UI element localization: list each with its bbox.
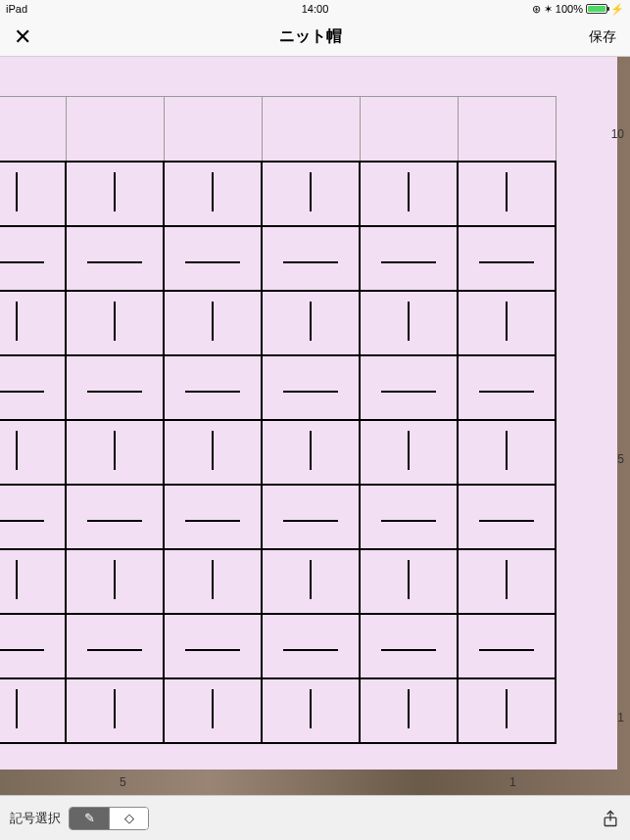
grid-cell[interactable] [0, 291, 66, 355]
purl-symbol-icon [87, 649, 142, 651]
knit-symbol-icon [408, 689, 410, 728]
grid-cell[interactable] [66, 549, 164, 614]
knit-symbol-icon [408, 172, 410, 211]
close-button[interactable]: ✕ [14, 26, 31, 48]
purl-symbol-icon [381, 649, 436, 651]
grid-cell[interactable] [262, 355, 360, 420]
grid-cell[interactable] [0, 485, 66, 549]
knit-symbol-icon [212, 560, 214, 599]
grid-cell[interactable] [458, 678, 556, 743]
grid-cell[interactable] [360, 97, 458, 162]
knit-symbol-icon [212, 172, 214, 211]
grid-cell[interactable] [458, 355, 556, 420]
save-button[interactable]: 保存 [589, 28, 616, 46]
grid-cell[interactable] [262, 678, 360, 743]
knit-symbol-icon [212, 689, 214, 728]
grid-cell[interactable] [164, 549, 262, 614]
grid-cell[interactable] [360, 549, 458, 614]
knit-symbol-icon [408, 560, 410, 599]
battery-icon [586, 4, 607, 14]
purl-symbol-icon [185, 391, 240, 393]
grid-cell[interactable] [0, 614, 66, 678]
grid-cell[interactable] [262, 549, 360, 614]
purl-symbol-icon [87, 391, 142, 393]
grid-cell[interactable] [262, 226, 360, 291]
grid-cell[interactable] [262, 614, 360, 678]
grid-cell[interactable] [0, 226, 66, 291]
bottom-toolbar: 記号選択 ✎ ◇ [0, 795, 630, 840]
grid-cell[interactable] [360, 678, 458, 743]
grid-cell[interactable] [66, 420, 164, 485]
grid-cell[interactable] [360, 226, 458, 291]
knit-symbol-icon [310, 560, 312, 599]
knit-symbol-icon [310, 431, 312, 470]
knitting-grid[interactable] [0, 96, 557, 744]
symbol-select-label: 記号選択 [10, 810, 61, 827]
grid-cell[interactable] [458, 485, 556, 549]
grid-cell[interactable] [458, 614, 556, 678]
knit-symbol-icon [506, 302, 508, 341]
grid-cell[interactable] [458, 162, 556, 226]
grid-cell[interactable] [360, 355, 458, 420]
grid-cell[interactable] [164, 291, 262, 355]
knit-symbol-icon [212, 431, 214, 470]
grid-cell[interactable] [0, 162, 66, 226]
grid-cell[interactable] [164, 485, 262, 549]
purl-symbol-icon [0, 261, 44, 263]
grid-cell[interactable] [0, 678, 66, 743]
grid-cell[interactable] [360, 162, 458, 226]
grid-cell[interactable] [0, 97, 66, 162]
col-label-1: 1 [509, 775, 516, 789]
grid-cell[interactable] [262, 162, 360, 226]
grid-cell[interactable] [0, 549, 66, 614]
col-label-5: 5 [120, 775, 126, 789]
pencil-tool-button[interactable]: ✎ [70, 808, 109, 829]
grid-cell[interactable] [262, 420, 360, 485]
grid-cell[interactable] [458, 549, 556, 614]
knit-symbol-icon [16, 302, 18, 341]
eraser-tool-button[interactable]: ◇ [109, 808, 148, 829]
status-right: ⊛ ✶ 100% ⚡ [477, 3, 624, 16]
grid-cell[interactable] [164, 614, 262, 678]
grid-cell[interactable] [262, 97, 360, 162]
knit-symbol-icon [16, 689, 18, 728]
grid-cell[interactable] [360, 420, 458, 485]
grid-cell[interactable] [0, 420, 66, 485]
grid-cell[interactable] [66, 97, 164, 162]
grid-cell[interactable] [66, 614, 164, 678]
grid-cell[interactable] [164, 162, 262, 226]
grid-cell[interactable] [262, 291, 360, 355]
grid-cell[interactable] [458, 420, 556, 485]
grid-cell[interactable] [0, 355, 66, 420]
row-label-5: 5 [617, 452, 624, 466]
knit-symbol-icon [114, 560, 116, 599]
grid-cell[interactable] [262, 485, 360, 549]
knit-symbol-icon [114, 689, 116, 728]
purl-symbol-icon [283, 261, 338, 263]
grid-cell[interactable] [66, 162, 164, 226]
grid-cell[interactable] [66, 291, 164, 355]
grid-cell[interactable] [66, 226, 164, 291]
status-bar: iPad 14:00 ⊛ ✶ 100% ⚡ [0, 0, 630, 18]
purl-symbol-icon [283, 649, 338, 651]
share-button[interactable] [601, 807, 620, 830]
grid-cell[interactable] [164, 420, 262, 485]
knit-symbol-icon [506, 431, 508, 470]
grid-cell[interactable] [66, 355, 164, 420]
grid-cell[interactable] [458, 97, 556, 162]
knit-symbol-icon [310, 172, 312, 211]
grid-cell[interactable] [164, 355, 262, 420]
chart-canvas[interactable]: 10 5 1 5 1 [0, 57, 630, 795]
grid-cell[interactable] [360, 614, 458, 678]
grid-cell[interactable] [164, 226, 262, 291]
grid-cell[interactable] [360, 291, 458, 355]
purl-symbol-icon [283, 391, 338, 393]
grid-cell[interactable] [164, 678, 262, 743]
grid-cell[interactable] [66, 678, 164, 743]
knit-symbol-icon [16, 172, 18, 211]
grid-cell[interactable] [458, 226, 556, 291]
grid-cell[interactable] [360, 485, 458, 549]
grid-cell[interactable] [164, 97, 262, 162]
grid-cell[interactable] [66, 485, 164, 549]
grid-cell[interactable] [458, 291, 556, 355]
